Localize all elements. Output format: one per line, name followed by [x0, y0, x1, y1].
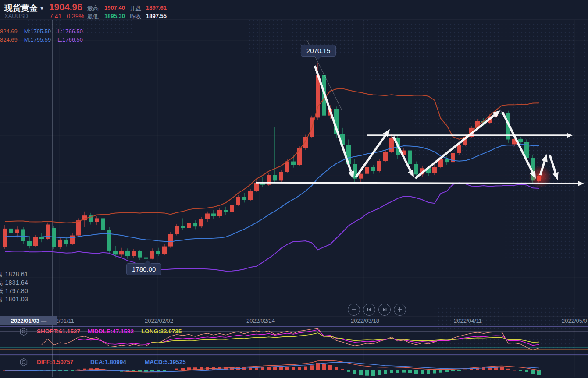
chevron-down-icon: ▼ — [39, 6, 44, 11]
open-label: 开盘 — [130, 4, 141, 12]
low-value: 1895.30 — [104, 13, 125, 19]
open-value: 1897.61 — [146, 4, 167, 11]
high-value: 1907.40 — [104, 4, 125, 11]
high-label: 最高 — [87, 4, 99, 12]
band-legend-row-1: 824.69M:1795.59L:1766.50 — [0, 28, 83, 35]
peak-price-callout: 2070.15 — [301, 45, 336, 57]
trough-price-callout: 1780.00 — [126, 263, 161, 275]
x-axis-tick: 2022/02/24 — [246, 318, 275, 324]
prev-close-value: 1897.55 — [146, 13, 167, 19]
band-l-value: L:1766.50 — [57, 36, 83, 43]
price-change: 7.41 — [50, 13, 61, 20]
gear-icon — [19, 327, 28, 336]
separator — [21, 37, 21, 42]
plus-icon — [397, 307, 403, 312]
readout-high: 高 1831.64 — [0, 279, 28, 287]
symbol-name: 现货黄金 — [4, 4, 38, 13]
separator — [54, 37, 54, 42]
last-price: 1904.96 — [49, 2, 82, 12]
indicator1-settings-button[interactable] — [19, 327, 28, 338]
band-l-value: L:1766.50 — [57, 28, 83, 35]
price-change-pct: 0.39% — [67, 13, 84, 20]
skip-start-icon — [367, 307, 372, 312]
zoom-out-button[interactable] — [348, 304, 360, 316]
x-axis-tick: 2022/04/11 — [454, 318, 482, 324]
x-axis-tick: 2022/05/0 — [562, 318, 587, 324]
trading-chart-app: 现货黄金▼ XAUUSD 1904.96 7.410.39% 最高 1907.4… — [0, 0, 588, 378]
gear-icon — [19, 358, 28, 367]
skip-end-icon — [382, 307, 387, 312]
minus-icon — [351, 307, 356, 312]
readout-open: 盘 1828.61 — [0, 271, 28, 279]
selected-date-box: 2022/01/03 — — [0, 316, 57, 325]
macd-settings-button[interactable] — [19, 358, 28, 368]
low-label: 最低 — [87, 13, 99, 21]
prev-close-label: 昨收 — [130, 13, 141, 21]
zoom-in-button[interactable] — [394, 304, 406, 316]
readout-low: 低 1797.80 — [0, 287, 28, 295]
kdj-middle-label: MIDDLE:47.1582 — [88, 328, 134, 335]
band-m-value: M:1795.59 — [24, 28, 51, 35]
band-m-value: M:1795.59 — [24, 36, 51, 43]
kdj-long-label: LONG:33.9735 — [141, 328, 182, 335]
skip-to-end-button[interactable] — [378, 304, 391, 316]
separator — [54, 29, 54, 34]
macd-macd-label: MACD:5.39525 — [145, 359, 186, 365]
symbol-code: XAUUSD — [4, 13, 28, 19]
separator — [21, 29, 21, 34]
kdj-short-label: SHORT:61.1527 — [37, 328, 80, 335]
x-axis-tick: 2022/03/18 — [351, 318, 379, 324]
macd-dea-label: DEA:1.80994 — [90, 359, 126, 365]
band-h-value: 824.69 — [0, 28, 18, 35]
band-legend-row-2: 824.69M:1795.59L:1766.50 — [0, 36, 83, 43]
main-chart-canvas[interactable] — [0, 0, 588, 378]
x-axis-tick: 2022/02/02 — [145, 318, 173, 324]
macd-diff-label: DIFF:4.50757 — [37, 359, 73, 365]
skip-to-start-button[interactable] — [363, 304, 375, 316]
price-change-row: 7.410.39% — [50, 13, 89, 20]
readout-close: 盘 1801.03 — [0, 296, 28, 304]
band-h-value: 824.69 — [0, 36, 18, 43]
